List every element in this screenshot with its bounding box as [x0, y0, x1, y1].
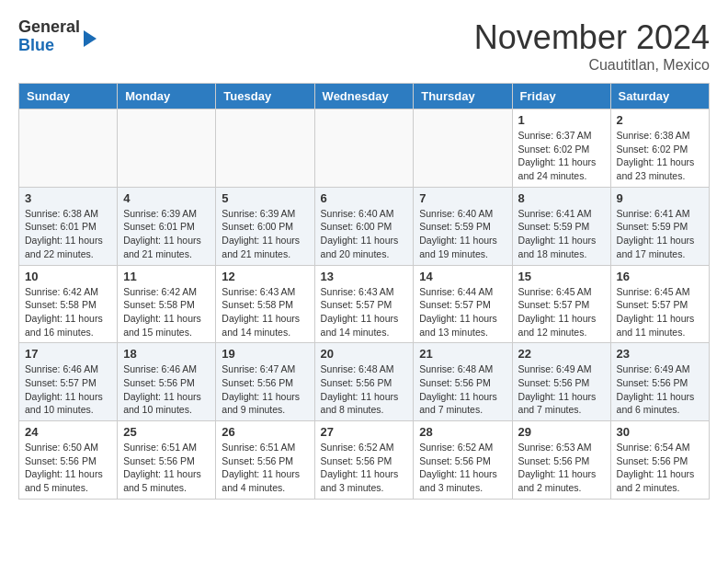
logo-blue: Blue [18, 37, 80, 55]
day-info: Sunrise: 6:52 AMSunset: 5:56 PMDaylight:… [321, 441, 408, 495]
day-number: 19 [222, 347, 308, 361]
day-number: 18 [123, 347, 210, 361]
day-number: 6 [321, 191, 408, 205]
calendar-day-cell: 22Sunrise: 6:49 AMSunset: 5:56 PMDayligh… [512, 343, 610, 421]
calendar-day-cell: 27Sunrise: 6:52 AMSunset: 5:56 PMDayligh… [314, 421, 414, 500]
calendar-day-cell: 2Sunrise: 6:38 AMSunset: 6:02 PMDaylight… [610, 109, 709, 188]
day-number: 20 [321, 347, 408, 361]
day-info: Sunrise: 6:45 AMSunset: 5:57 PMDaylight:… [617, 285, 703, 339]
title-section: November 2024 Cuautitlan, Mexico [474, 18, 710, 74]
calendar-day-cell: 3Sunrise: 6:38 AMSunset: 6:01 PMDaylight… [19, 187, 118, 265]
calendar-day-cell: 7Sunrise: 6:40 AMSunset: 5:59 PMDaylight… [414, 187, 512, 265]
calendar-table: SundayMondayTuesdayWednesdayThursdayFrid… [18, 83, 710, 500]
day-number: 5 [222, 191, 308, 205]
day-info: Sunrise: 6:52 AMSunset: 5:56 PMDaylight:… [419, 441, 506, 495]
day-info: Sunrise: 6:39 AMSunset: 6:01 PMDaylight:… [123, 207, 210, 261]
calendar-day-cell [19, 109, 118, 188]
day-info: Sunrise: 6:45 AMSunset: 5:57 PMDaylight:… [518, 285, 605, 339]
day-info: Sunrise: 6:51 AMSunset: 5:56 PMDaylight:… [222, 441, 308, 495]
logo-arrow-icon [84, 30, 97, 47]
day-info: Sunrise: 6:40 AMSunset: 5:59 PMDaylight:… [419, 207, 506, 261]
day-number: 28 [419, 425, 506, 439]
calendar-day-cell [216, 109, 314, 188]
calendar-day-cell: 15Sunrise: 6:45 AMSunset: 5:57 PMDayligh… [512, 265, 610, 343]
calendar-week-row: 17Sunrise: 6:46 AMSunset: 5:57 PMDayligh… [19, 343, 710, 421]
calendar-day-cell: 9Sunrise: 6:41 AMSunset: 5:59 PMDaylight… [610, 187, 709, 265]
day-number: 25 [123, 425, 210, 439]
day-info: Sunrise: 6:48 AMSunset: 5:56 PMDaylight:… [321, 362, 408, 417]
day-number: 16 [617, 270, 703, 283]
calendar-week-row: 1Sunrise: 6:37 AMSunset: 6:02 PMDaylight… [19, 109, 710, 188]
day-number: 21 [419, 347, 506, 361]
day-number: 7 [419, 191, 506, 205]
day-number: 4 [123, 191, 210, 205]
day-info: Sunrise: 6:38 AMSunset: 6:02 PMDaylight:… [617, 129, 703, 183]
day-info: Sunrise: 6:38 AMSunset: 6:01 PMDaylight:… [25, 207, 111, 261]
calendar-day-cell [118, 109, 216, 188]
day-number: 14 [419, 270, 506, 283]
calendar-day-cell: 1Sunrise: 6:37 AMSunset: 6:02 PMDaylight… [512, 109, 610, 188]
day-number: 9 [617, 191, 703, 205]
location: Cuautitlan, Mexico [474, 57, 710, 74]
calendar-week-row: 3Sunrise: 6:38 AMSunset: 6:01 PMDaylight… [19, 187, 710, 265]
day-info: Sunrise: 6:50 AMSunset: 5:56 PMDaylight:… [25, 441, 111, 495]
month-title: November 2024 [474, 18, 710, 57]
calendar-day-cell: 28Sunrise: 6:52 AMSunset: 5:56 PMDayligh… [414, 421, 512, 500]
day-info: Sunrise: 6:42 AMSunset: 5:58 PMDaylight:… [25, 285, 111, 339]
day-info: Sunrise: 6:41 AMSunset: 5:59 PMDaylight:… [617, 207, 703, 261]
day-info: Sunrise: 6:49 AMSunset: 5:56 PMDaylight:… [518, 362, 605, 417]
calendar-day-cell: 10Sunrise: 6:42 AMSunset: 5:58 PMDayligh… [19, 265, 118, 343]
calendar-day-cell: 12Sunrise: 6:43 AMSunset: 5:58 PMDayligh… [216, 265, 314, 343]
calendar-day-cell [314, 109, 414, 188]
day-info: Sunrise: 6:46 AMSunset: 5:56 PMDaylight:… [123, 362, 210, 417]
calendar-header-wednesday: Wednesday [314, 84, 414, 109]
day-number: 10 [25, 270, 111, 283]
day-info: Sunrise: 6:47 AMSunset: 5:56 PMDaylight:… [222, 362, 308, 417]
calendar-header-friday: Friday [512, 84, 610, 109]
day-number: 13 [321, 270, 408, 283]
day-number: 2 [617, 113, 703, 127]
calendar-day-cell: 14Sunrise: 6:44 AMSunset: 5:57 PMDayligh… [414, 265, 512, 343]
calendar-day-cell: 19Sunrise: 6:47 AMSunset: 5:56 PMDayligh… [216, 343, 314, 421]
day-info: Sunrise: 6:49 AMSunset: 5:56 PMDaylight:… [617, 362, 703, 417]
calendar-day-cell: 16Sunrise: 6:45 AMSunset: 5:57 PMDayligh… [610, 265, 709, 343]
logo-text: General Blue [18, 18, 80, 55]
calendar-week-row: 24Sunrise: 6:50 AMSunset: 5:56 PMDayligh… [19, 421, 710, 500]
calendar-day-cell [414, 109, 512, 188]
day-number: 1 [518, 113, 605, 127]
day-info: Sunrise: 6:51 AMSunset: 5:56 PMDaylight:… [123, 441, 210, 495]
calendar-day-cell: 29Sunrise: 6:53 AMSunset: 5:56 PMDayligh… [512, 421, 610, 500]
calendar-day-cell: 8Sunrise: 6:41 AMSunset: 5:59 PMDaylight… [512, 187, 610, 265]
day-number: 30 [617, 425, 703, 439]
day-info: Sunrise: 6:53 AMSunset: 5:56 PMDaylight:… [518, 441, 605, 495]
day-info: Sunrise: 6:48 AMSunset: 5:56 PMDaylight:… [419, 362, 506, 417]
day-info: Sunrise: 6:40 AMSunset: 6:00 PMDaylight:… [321, 207, 408, 261]
calendar-day-cell: 21Sunrise: 6:48 AMSunset: 5:56 PMDayligh… [414, 343, 512, 421]
day-info: Sunrise: 6:43 AMSunset: 5:58 PMDaylight:… [222, 285, 308, 339]
day-info: Sunrise: 6:46 AMSunset: 5:57 PMDaylight:… [25, 362, 111, 417]
calendar-header-monday: Monday [118, 84, 216, 109]
calendar-header-thursday: Thursday [414, 84, 512, 109]
calendar-day-cell: 30Sunrise: 6:54 AMSunset: 5:56 PMDayligh… [610, 421, 709, 500]
calendar-day-cell: 5Sunrise: 6:39 AMSunset: 6:00 PMDaylight… [216, 187, 314, 265]
calendar-day-cell: 4Sunrise: 6:39 AMSunset: 6:01 PMDaylight… [118, 187, 216, 265]
calendar-header-sunday: Sunday [19, 84, 118, 109]
day-number: 24 [25, 425, 111, 439]
day-info: Sunrise: 6:42 AMSunset: 5:58 PMDaylight:… [123, 285, 210, 339]
day-number: 3 [25, 191, 111, 205]
calendar-day-cell: 24Sunrise: 6:50 AMSunset: 5:56 PMDayligh… [19, 421, 118, 500]
day-info: Sunrise: 6:44 AMSunset: 5:57 PMDaylight:… [419, 285, 506, 339]
calendar-day-cell: 23Sunrise: 6:49 AMSunset: 5:56 PMDayligh… [610, 343, 709, 421]
calendar-day-cell: 18Sunrise: 6:46 AMSunset: 5:56 PMDayligh… [118, 343, 216, 421]
day-number: 11 [123, 270, 210, 283]
day-info: Sunrise: 6:39 AMSunset: 6:00 PMDaylight:… [222, 207, 308, 261]
logo-general: General [18, 18, 80, 37]
calendar-day-cell: 6Sunrise: 6:40 AMSunset: 6:00 PMDaylight… [314, 187, 414, 265]
day-number: 8 [518, 191, 605, 205]
calendar-week-row: 10Sunrise: 6:42 AMSunset: 5:58 PMDayligh… [19, 265, 710, 343]
day-number: 27 [321, 425, 408, 439]
day-number: 29 [518, 425, 605, 439]
calendar-header-row: SundayMondayTuesdayWednesdayThursdayFrid… [19, 84, 710, 109]
day-number: 22 [518, 347, 605, 361]
calendar-day-cell: 26Sunrise: 6:51 AMSunset: 5:56 PMDayligh… [216, 421, 314, 500]
